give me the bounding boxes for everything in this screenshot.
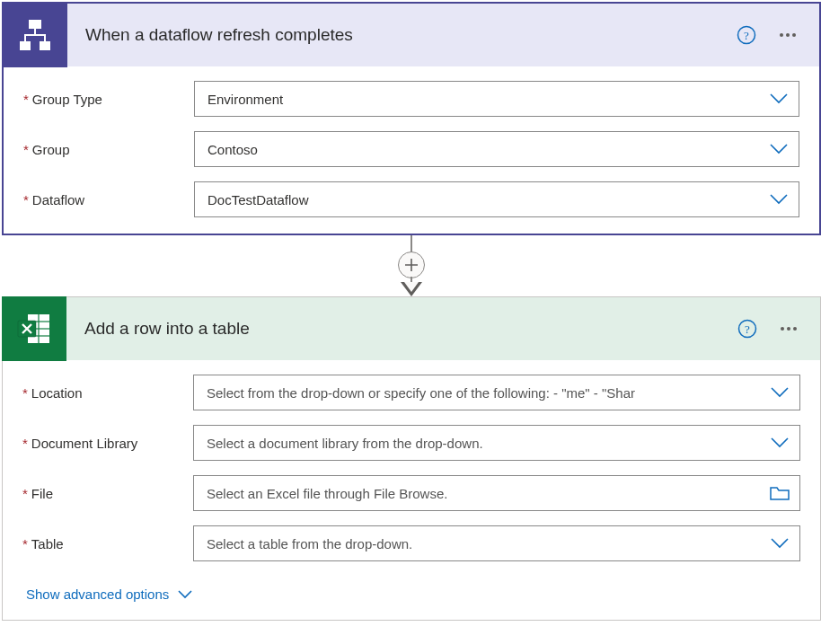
field-group-type: *Group Type Environment <box>23 81 799 117</box>
svg-rect-1 <box>20 41 31 50</box>
more-icon[interactable] <box>779 319 799 339</box>
group-type-dropdown[interactable]: Environment <box>194 81 799 117</box>
table-placeholder: Select a table from the drop-down. <box>207 536 767 551</box>
field-label: *Location <box>22 385 193 401</box>
field-label: *Document Library <box>22 436 193 451</box>
svg-rect-0 <box>29 20 41 29</box>
show-advanced-options-link[interactable]: Show advanced options <box>26 587 192 602</box>
field-location: *Location Select from the drop-down or s… <box>22 375 800 410</box>
excel-icon <box>2 296 66 361</box>
trigger-title: When a dataflow refresh completes <box>67 25 737 45</box>
document-library-dropdown[interactable]: Select a document library from the drop-… <box>193 425 800 461</box>
action-card: Add a row into a table ? *Location Selec… <box>2 296 821 621</box>
svg-point-5 <box>780 33 783 37</box>
svg-point-6 <box>786 33 790 37</box>
field-group: *Group Contoso <box>23 131 799 167</box>
chevron-down-icon <box>178 590 192 599</box>
action-title: Add a row into a table <box>66 319 737 339</box>
trigger-body: *Group Type Environment *Group Contoso <box>4 66 819 234</box>
field-dataflow: *Dataflow DocTestDataflow <box>23 181 799 217</box>
trigger-card: When a dataflow refresh completes ? *Gro… <box>2 2 821 235</box>
svg-text:?: ? <box>745 322 750 336</box>
chevron-down-icon <box>767 437 792 448</box>
field-label: *Table <box>22 536 193 551</box>
advanced-options-label: Show advanced options <box>26 587 169 602</box>
help-icon[interactable]: ? <box>737 25 756 45</box>
trigger-header[interactable]: When a dataflow refresh completes ? <box>4 4 819 66</box>
chevron-down-icon <box>766 93 791 104</box>
svg-text:?: ? <box>744 29 749 42</box>
location-placeholder: Select from the drop-down or specify one… <box>207 385 767 401</box>
location-dropdown[interactable]: Select from the drop-down or specify one… <box>193 375 800 410</box>
chevron-down-icon <box>766 144 791 154</box>
field-label: *Group <box>23 142 194 157</box>
connector <box>2 235 821 296</box>
more-icon[interactable] <box>778 25 798 45</box>
arrow-down-icon <box>401 282 422 296</box>
document-library-placeholder: Select a document library from the drop-… <box>207 436 767 451</box>
group-type-value: Environment <box>207 92 766 107</box>
dataflow-dropdown[interactable]: DocTestDataflow <box>194 181 799 217</box>
svg-point-18 <box>793 327 797 331</box>
field-label: *Dataflow <box>23 192 194 207</box>
field-table: *Table Select a table from the drop-down… <box>22 525 800 561</box>
svg-point-16 <box>781 327 784 331</box>
chevron-down-icon <box>767 387 792 398</box>
dataflow-value: DocTestDataflow <box>207 192 766 207</box>
svg-point-17 <box>787 327 790 331</box>
group-value: Contoso <box>207 142 766 157</box>
add-step-button[interactable] <box>398 251 425 278</box>
chevron-down-icon <box>767 538 792 549</box>
field-label: *File <box>22 486 193 501</box>
action-body: *Location Select from the drop-down or s… <box>3 360 820 620</box>
table-dropdown[interactable]: Select a table from the drop-down. <box>193 525 800 561</box>
folder-icon[interactable] <box>767 485 792 501</box>
group-dropdown[interactable]: Contoso <box>194 131 799 167</box>
action-header[interactable]: Add a row into a table ? <box>3 297 820 360</box>
file-placeholder: Select an Excel file through File Browse… <box>207 486 767 501</box>
field-document-library: *Document Library Select a document libr… <box>22 425 800 461</box>
file-browse[interactable]: Select an Excel file through File Browse… <box>193 475 800 511</box>
field-file: *File Select an Excel file through File … <box>22 475 800 511</box>
svg-rect-2 <box>40 41 50 50</box>
field-label: *Group Type <box>23 92 194 107</box>
chevron-down-icon <box>766 194 791 205</box>
help-icon[interactable]: ? <box>737 319 757 339</box>
svg-point-7 <box>792 33 796 37</box>
dataflow-icon <box>3 3 67 67</box>
